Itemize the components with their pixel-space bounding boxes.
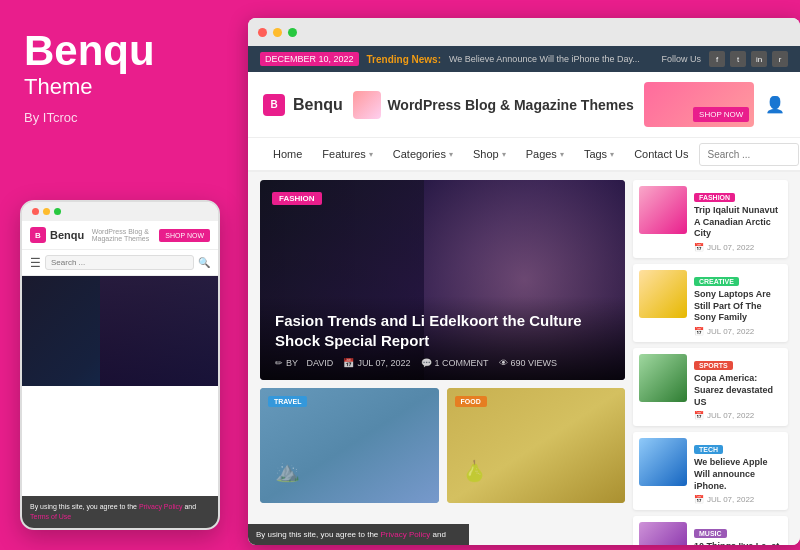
- browser-dot-close[interactable]: [258, 28, 267, 37]
- hero-title: Fasion Trends and Li Edelkoort the Cultu…: [275, 311, 610, 350]
- nav-search-area: 🔍 LOGIN: [699, 142, 800, 166]
- browser-mockup: DECEMBER 10, 2022 Trending News: We Beli…: [248, 18, 800, 545]
- user-icon[interactable]: 👤: [765, 95, 785, 114]
- phone-nav-bar: ☰ 🔍: [22, 250, 218, 276]
- phone-search-icon[interactable]: 🔍: [198, 257, 210, 268]
- sidebar-card-img-4: [639, 522, 687, 545]
- sidebar-card-body-2: SPORTS Copa America: Suarez devastated U…: [694, 354, 782, 420]
- sidebar-card-body-3: TECH We believe Apple Will announce iPho…: [694, 438, 782, 504]
- follow-us-label: Follow Us: [661, 54, 701, 64]
- phone-search-input[interactable]: [45, 255, 194, 270]
- sidebar-badge-1: CREATIVE: [694, 277, 739, 286]
- hero-article[interactable]: FASHION Fasion Trends and Li Edelkoort t…: [260, 180, 625, 380]
- phone-privacy-link[interactable]: Privacy Policy: [139, 503, 183, 510]
- hero-date: 📅 JUL 07, 2022: [343, 358, 410, 368]
- nav-contact[interactable]: Contact Us: [624, 138, 698, 170]
- phone-header: B Benqu WordPress Blog & Magazine Themes…: [22, 221, 218, 250]
- sidebar-badge-4: MUSIC: [694, 529, 727, 538]
- calendar-icon: 📅: [343, 358, 354, 368]
- travel-badge: TRAVEL: [268, 396, 307, 407]
- browser-content: DECEMBER 10, 2022 Trending News: We Beli…: [248, 46, 800, 545]
- news-bar-date: DECEMBER 10, 2022: [260, 52, 359, 66]
- sidebar-badge-2: SPORTS: [694, 361, 733, 370]
- sidebar-card-img-2: [639, 354, 687, 402]
- phone-hero-image: [22, 276, 218, 386]
- phone-dot-green: [54, 208, 61, 215]
- sidebar-date-1: 📅 JUL 07, 2022: [694, 327, 782, 336]
- browser-dot-minimize[interactable]: [273, 28, 282, 37]
- sidebar-card-body-0: FASHION Trip Iqaluit Nunavut A Canadian …: [694, 186, 782, 252]
- eye-icon: 👁: [499, 358, 508, 368]
- articles-row: ⛰️ TRAVEL 🍐 FOOD: [260, 388, 625, 503]
- hero-author-name: DAVID: [307, 358, 334, 368]
- sidebar-card-body-4: MUSIC 10 Things I've Le. at Money Freela…: [694, 522, 782, 545]
- article-food[interactable]: 🍐 FOOD: [447, 388, 626, 503]
- nav-features[interactable]: Features ▾: [312, 138, 382, 170]
- hero-views: 👁 690 VIEWS: [499, 358, 558, 368]
- date-icon-3: 📅: [694, 495, 704, 504]
- food-badge: FOOD: [455, 396, 487, 407]
- rss-icon[interactable]: r: [772, 51, 788, 67]
- content-left: FASHION Fasion Trends and Li Edelkoort t…: [260, 180, 625, 505]
- hero-badge: FASHION: [272, 192, 322, 205]
- hero-comments: 💬 1 COMMENT: [421, 358, 489, 368]
- hero-meta: ✏ BY DAVID 📅 JUL 07, 2022 💬 1 COMMENT: [275, 358, 610, 368]
- cookie-privacy-link[interactable]: Privacy Policy: [381, 530, 431, 539]
- browser-dot-maximize[interactable]: [288, 28, 297, 37]
- nav-home[interactable]: Home: [263, 138, 312, 170]
- news-bar: DECEMBER 10, 2022 Trending News: We Beli…: [248, 46, 800, 72]
- sidebar-card-0[interactable]: FASHION Trip Iqaluit Nunavut A Canadian …: [633, 180, 788, 258]
- instagram-icon[interactable]: in: [751, 51, 767, 67]
- sidebar-date-2: 📅 JUL 07, 2022: [694, 411, 782, 420]
- phone-mockup: B Benqu WordPress Blog & Magazine Themes…: [20, 200, 220, 530]
- sidebar-card-2[interactable]: SPORTS Copa America: Suarez devastated U…: [633, 348, 788, 426]
- sidebar-badge-3: TECH: [694, 445, 723, 454]
- browser-titlebar: [248, 18, 800, 46]
- cookie-and: and: [430, 530, 446, 539]
- site-tagline-area: WordPress Blog & Magazine Themes: [353, 91, 633, 119]
- nav-pages[interactable]: Pages ▾: [516, 138, 574, 170]
- phone-person: [100, 276, 218, 386]
- facebook-icon[interactable]: f: [709, 51, 725, 67]
- nav-links: Home Features ▾ Categories ▾ Shop ▾ Page…: [263, 138, 699, 170]
- shop-now-button[interactable]: SHOP NOW: [693, 107, 749, 122]
- nav-categories[interactable]: Categories ▾: [383, 138, 463, 170]
- sidebar-card-img-3: [639, 438, 687, 486]
- phone-cookie-text: By using this site, you agree to the: [30, 503, 139, 510]
- phone-logo-icon: B: [30, 227, 46, 243]
- trending-text: We Believe Announce Will the iPhone the …: [449, 54, 640, 64]
- cookie-text: By using this site, you agree to the: [256, 530, 381, 539]
- sidebar-badge-0: FASHION: [694, 193, 735, 202]
- date-icon-0: 📅: [694, 243, 704, 252]
- twitter-icon[interactable]: t: [730, 51, 746, 67]
- phone-dot-red: [32, 208, 39, 215]
- site-logo-icon: B: [263, 94, 285, 116]
- hamburger-icon[interactable]: ☰: [30, 256, 41, 270]
- hero-author: ✏ BY DAVID: [275, 358, 333, 368]
- sidebar-card-img-1: [639, 270, 687, 318]
- left-panel: Benqu Theme By ITcroc B Benqu WordPress …: [0, 0, 232, 550]
- sidebar-card-body-1: CREATIVE Sony Laptops Are Still Part Of …: [694, 270, 782, 336]
- brand-subtitle: Theme: [24, 74, 208, 100]
- phone-terms-link[interactable]: Terms of Use: [30, 513, 71, 520]
- sidebar-card-4[interactable]: MUSIC 10 Things I've Le. at Money Freela…: [633, 516, 788, 545]
- phone-shop-btn[interactable]: SHOP NOW: [159, 229, 210, 242]
- nav-tags[interactable]: Tags ▾: [574, 138, 624, 170]
- article-travel[interactable]: ⛰️ TRAVEL: [260, 388, 439, 503]
- site-logo-text[interactable]: Benqu: [293, 96, 343, 114]
- nav-shop[interactable]: Shop ▾: [463, 138, 516, 170]
- hero-by: BY: [286, 358, 298, 368]
- sidebar-card-3[interactable]: TECH We believe Apple Will announce iPho…: [633, 432, 788, 510]
- phone-tagline: WordPress Blog & Magazine Themes: [92, 228, 152, 242]
- site-tagline: WordPress Blog & Magazine Themes: [387, 97, 633, 113]
- sidebar-title-0: Trip Iqaluit Nunavut A Canadian Arctic C…: [694, 205, 782, 240]
- site-header-ad: SHOP NOW: [644, 82, 754, 127]
- sidebar-card-1[interactable]: CREATIVE Sony Laptops Are Still Part Of …: [633, 264, 788, 342]
- nav-bar: Home Features ▾ Categories ▾ Shop ▾ Page…: [248, 138, 800, 172]
- content-right: FASHION Trip Iqaluit Nunavut A Canadian …: [633, 180, 788, 505]
- phone-titlebar: [22, 202, 218, 221]
- phone-logo-text: Benqu: [50, 229, 84, 241]
- comment-icon: 💬: [421, 358, 432, 368]
- nav-search-input[interactable]: [699, 143, 799, 166]
- sidebar-card-img-0: [639, 186, 687, 234]
